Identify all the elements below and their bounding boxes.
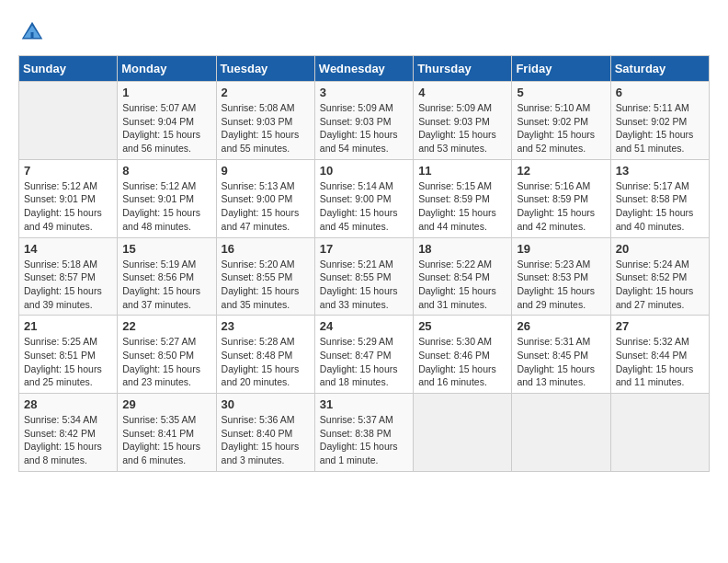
day-info: Sunrise: 5:07 AMSunset: 9:04 PMDaylight:… bbox=[122, 101, 210, 155]
day-info: Sunrise: 5:19 AMSunset: 8:56 PMDaylight:… bbox=[122, 258, 210, 312]
day-info: Sunrise: 5:21 AMSunset: 8:55 PMDaylight:… bbox=[320, 258, 408, 312]
day-info: Sunrise: 5:28 AMSunset: 8:48 PMDaylight:… bbox=[222, 335, 310, 389]
calendar-cell: 21Sunrise: 5:25 AMSunset: 8:51 PMDayligh… bbox=[19, 316, 118, 394]
day-number: 8 bbox=[122, 164, 210, 178]
day-info: Sunrise: 5:23 AMSunset: 8:53 PMDaylight:… bbox=[517, 258, 605, 312]
calendar-cell: 6Sunrise: 5:11 AMSunset: 9:02 PMDaylight… bbox=[610, 82, 709, 160]
calendar-cell: 4Sunrise: 5:09 AMSunset: 9:03 PMDaylight… bbox=[414, 82, 512, 160]
calendar-cell bbox=[512, 394, 610, 472]
weekday-header-wednesday: Wednesday bbox=[314, 56, 413, 82]
day-info: Sunrise: 5:24 AMSunset: 8:52 PMDaylight:… bbox=[616, 258, 704, 312]
day-info: Sunrise: 5:11 AMSunset: 9:02 PMDaylight:… bbox=[616, 101, 704, 155]
day-number: 22 bbox=[122, 319, 210, 333]
day-number: 29 bbox=[122, 397, 210, 411]
calendar-cell bbox=[414, 394, 512, 472]
day-number: 15 bbox=[122, 242, 210, 256]
day-number: 27 bbox=[616, 319, 704, 333]
day-info: Sunrise: 5:10 AMSunset: 9:02 PMDaylight:… bbox=[517, 101, 605, 155]
calendar-cell: 3Sunrise: 5:09 AMSunset: 9:03 PMDaylight… bbox=[314, 82, 413, 160]
day-number: 17 bbox=[320, 242, 408, 256]
day-info: Sunrise: 5:35 AMSunset: 8:41 PMDaylight:… bbox=[122, 413, 210, 467]
calendar-cell: 20Sunrise: 5:24 AMSunset: 8:52 PMDayligh… bbox=[610, 237, 709, 316]
day-number: 11 bbox=[418, 164, 506, 178]
day-number: 7 bbox=[24, 164, 112, 178]
weekday-header-sunday: Sunday bbox=[19, 56, 118, 82]
day-info: Sunrise: 5:29 AMSunset: 8:47 PMDaylight:… bbox=[320, 335, 408, 389]
day-info: Sunrise: 5:20 AMSunset: 8:55 PMDaylight:… bbox=[222, 258, 310, 312]
day-info: Sunrise: 5:16 AMSunset: 8:59 PMDaylight:… bbox=[517, 179, 605, 234]
day-info: Sunrise: 5:15 AMSunset: 8:59 PMDaylight:… bbox=[418, 179, 506, 234]
calendar-week-row: 1Sunrise: 5:07 AMSunset: 9:04 PMDaylight… bbox=[19, 82, 710, 160]
calendar-header: SundayMondayTuesdayWednesdayThursdayFrid… bbox=[19, 56, 710, 82]
day-info: Sunrise: 5:12 AMSunset: 9:01 PMDaylight:… bbox=[122, 179, 210, 234]
day-number: 25 bbox=[418, 319, 506, 333]
day-info: Sunrise: 5:12 AMSunset: 9:01 PMDaylight:… bbox=[24, 179, 112, 234]
day-number: 28 bbox=[24, 397, 112, 411]
calendar-cell: 2Sunrise: 5:08 AMSunset: 9:03 PMDaylight… bbox=[216, 82, 314, 160]
calendar-cell: 23Sunrise: 5:28 AMSunset: 8:48 PMDayligh… bbox=[216, 316, 314, 394]
calendar-cell: 13Sunrise: 5:17 AMSunset: 8:58 PMDayligh… bbox=[610, 159, 709, 237]
day-info: Sunrise: 5:34 AMSunset: 8:42 PMDaylight:… bbox=[24, 413, 112, 467]
calendar-cell: 17Sunrise: 5:21 AMSunset: 8:55 PMDayligh… bbox=[314, 237, 413, 316]
calendar-cell: 14Sunrise: 5:18 AMSunset: 8:57 PMDayligh… bbox=[19, 237, 118, 316]
calendar-cell: 28Sunrise: 5:34 AMSunset: 8:42 PMDayligh… bbox=[19, 394, 118, 472]
calendar-cell: 1Sunrise: 5:07 AMSunset: 9:04 PMDaylight… bbox=[118, 82, 216, 160]
day-info: Sunrise: 5:09 AMSunset: 9:03 PMDaylight:… bbox=[320, 101, 408, 155]
day-number: 23 bbox=[222, 319, 310, 333]
day-info: Sunrise: 5:22 AMSunset: 8:54 PMDaylight:… bbox=[418, 258, 506, 312]
day-info: Sunrise: 5:37 AMSunset: 8:38 PMDaylight:… bbox=[320, 413, 408, 467]
calendar-cell: 31Sunrise: 5:37 AMSunset: 8:38 PMDayligh… bbox=[314, 394, 413, 472]
calendar-cell: 7Sunrise: 5:12 AMSunset: 9:01 PMDaylight… bbox=[19, 159, 118, 237]
day-number: 9 bbox=[222, 164, 310, 178]
calendar-week-row: 14Sunrise: 5:18 AMSunset: 8:57 PMDayligh… bbox=[19, 237, 710, 316]
weekday-header-monday: Monday bbox=[118, 56, 216, 82]
day-number: 31 bbox=[320, 397, 408, 411]
calendar-cell: 19Sunrise: 5:23 AMSunset: 8:53 PMDayligh… bbox=[512, 237, 610, 316]
weekday-header-row: SundayMondayTuesdayWednesdayThursdayFrid… bbox=[19, 56, 710, 82]
calendar-table: SundayMondayTuesdayWednesdayThursdayFrid… bbox=[18, 55, 710, 472]
day-number: 1 bbox=[122, 86, 210, 99]
day-number: 18 bbox=[418, 242, 506, 256]
day-number: 19 bbox=[517, 242, 605, 256]
calendar-cell: 22Sunrise: 5:27 AMSunset: 8:50 PMDayligh… bbox=[118, 316, 216, 394]
day-number: 24 bbox=[320, 319, 408, 333]
calendar-week-row: 28Sunrise: 5:34 AMSunset: 8:42 PMDayligh… bbox=[19, 394, 710, 472]
calendar-cell: 24Sunrise: 5:29 AMSunset: 8:47 PMDayligh… bbox=[314, 316, 413, 394]
calendar-cell: 18Sunrise: 5:22 AMSunset: 8:54 PMDayligh… bbox=[414, 237, 512, 316]
day-number: 16 bbox=[222, 242, 310, 256]
day-info: Sunrise: 5:36 AMSunset: 8:40 PMDaylight:… bbox=[222, 413, 310, 467]
day-number: 14 bbox=[24, 242, 112, 256]
day-number: 21 bbox=[24, 319, 112, 333]
calendar-cell bbox=[610, 394, 709, 472]
calendar-cell: 25Sunrise: 5:30 AMSunset: 8:46 PMDayligh… bbox=[414, 316, 512, 394]
weekday-header-thursday: Thursday bbox=[414, 56, 512, 82]
day-number: 26 bbox=[517, 319, 605, 333]
calendar-cell: 11Sunrise: 5:15 AMSunset: 8:59 PMDayligh… bbox=[414, 159, 512, 237]
day-info: Sunrise: 5:30 AMSunset: 8:46 PMDaylight:… bbox=[418, 335, 506, 389]
calendar-cell: 26Sunrise: 5:31 AMSunset: 8:45 PMDayligh… bbox=[512, 316, 610, 394]
calendar-cell: 5Sunrise: 5:10 AMSunset: 9:02 PMDaylight… bbox=[512, 82, 610, 160]
day-number: 4 bbox=[418, 86, 506, 99]
weekday-header-tuesday: Tuesday bbox=[216, 56, 314, 82]
calendar-cell: 9Sunrise: 5:13 AMSunset: 9:00 PMDaylight… bbox=[216, 159, 314, 237]
day-number: 3 bbox=[320, 86, 408, 99]
logo-icon bbox=[18, 18, 46, 46]
calendar-week-row: 21Sunrise: 5:25 AMSunset: 8:51 PMDayligh… bbox=[19, 316, 710, 394]
day-info: Sunrise: 5:14 AMSunset: 9:00 PMDaylight:… bbox=[320, 179, 408, 234]
weekday-header-saturday: Saturday bbox=[610, 56, 709, 82]
day-info: Sunrise: 5:25 AMSunset: 8:51 PMDaylight:… bbox=[24, 335, 112, 389]
day-info: Sunrise: 5:13 AMSunset: 9:00 PMDaylight:… bbox=[222, 179, 310, 234]
day-info: Sunrise: 5:31 AMSunset: 8:45 PMDaylight:… bbox=[517, 335, 605, 389]
weekday-header-friday: Friday bbox=[512, 56, 610, 82]
calendar-cell: 29Sunrise: 5:35 AMSunset: 8:41 PMDayligh… bbox=[118, 394, 216, 472]
day-number: 20 bbox=[616, 242, 704, 256]
calendar-cell: 10Sunrise: 5:14 AMSunset: 9:00 PMDayligh… bbox=[314, 159, 413, 237]
day-number: 12 bbox=[517, 164, 605, 178]
day-number: 2 bbox=[222, 86, 310, 99]
calendar-cell: 12Sunrise: 5:16 AMSunset: 8:59 PMDayligh… bbox=[512, 159, 610, 237]
calendar-cell bbox=[19, 82, 118, 160]
day-number: 13 bbox=[616, 164, 704, 178]
calendar-cell: 16Sunrise: 5:20 AMSunset: 8:55 PMDayligh… bbox=[216, 237, 314, 316]
day-number: 30 bbox=[222, 397, 310, 411]
day-info: Sunrise: 5:09 AMSunset: 9:03 PMDaylight:… bbox=[418, 101, 506, 155]
